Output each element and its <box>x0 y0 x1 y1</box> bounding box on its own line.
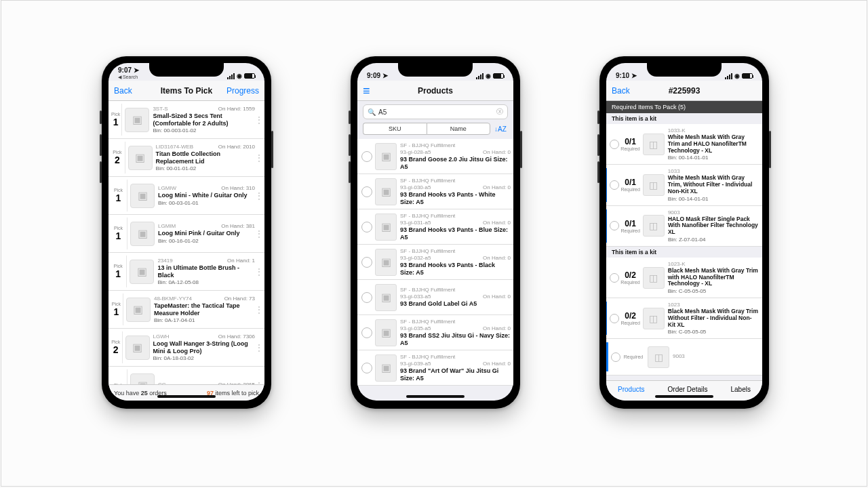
required-count: 0/2Required <box>620 261 639 294</box>
list-item[interactable]: 0/2Required◫1023-KBlack Mesh Mask With G… <box>606 258 762 298</box>
vendor-label: SF - BJJHQ Fulfillment <box>400 319 455 325</box>
more-icon[interactable]: ⋮ <box>255 157 262 159</box>
product-thumbnail: ▣ <box>125 108 149 132</box>
breadcrumb-back[interactable]: ◀ Search <box>118 75 138 79</box>
product-thumbnail: ▣ <box>130 260 154 284</box>
product-name: HALO Mask Filter Single Pack With Nanofi… <box>668 216 758 236</box>
list-item[interactable]: 0/2Required◫1023Black Mesh Mask With Gra… <box>606 298 762 339</box>
list-item[interactable]: Pick1▣LGMIWOn Hand: 310Loog Mini - White… <box>108 177 264 215</box>
select-radio[interactable] <box>361 151 372 162</box>
product-name: 93 Brand Goose 2.0 Jiu Jitsu Gi Size: A5 <box>400 156 511 170</box>
select-radio[interactable] <box>361 186 372 197</box>
pick-count: Pick1 <box>110 218 127 249</box>
product-name: Titan Bottle Collection Replacement Lid <box>156 150 255 165</box>
list-item[interactable]: Pick▣CCOn Hand: 2865⋮ <box>108 367 264 384</box>
on-hand-label: On Hand: 2865 <box>218 382 255 384</box>
list-item[interactable]: Pick1▣3ST-SOn Hand: 1559Small-Sized 3 Se… <box>108 101 264 139</box>
sku-label: LID31674-WEB <box>156 144 194 150</box>
marketing-stage: 9:07 ➤ ◀ Search ◉ Back Items To Pick Pro… <box>1 0 867 487</box>
select-radio[interactable] <box>361 257 372 268</box>
sort-button[interactable]: ↓AZ <box>493 123 508 135</box>
list-item[interactable]: Pick1▣LGMIMOn Hand: 381Loog Mini Pink / … <box>108 215 264 253</box>
list-item[interactable]: ▣SF - BJJHQ Fulfillment93-gi-031-a5On Ha… <box>357 209 513 245</box>
tab-products[interactable]: Products <box>618 386 644 393</box>
search-value: A5 <box>378 108 387 116</box>
select-radio[interactable] <box>611 352 620 362</box>
sku-label: 9003 <box>673 353 758 359</box>
list-item[interactable]: ▣SF - BJJHQ Fulfillment93-gi-030-a5On Ha… <box>357 174 513 209</box>
tab-order-details[interactable]: Order Details <box>668 386 708 393</box>
on-hand-label: On Hand: 0 <box>483 149 511 155</box>
sku-label: LGMIW <box>158 185 176 191</box>
bin-label: Bin: 00-14-01-01 <box>668 155 758 161</box>
more-icon[interactable]: ⋮ <box>255 232 262 235</box>
list-item[interactable]: Pick2▣LID31674-WEBOn Hand: 2010Titan Bot… <box>108 139 264 177</box>
list-item[interactable]: ▣SF - BJJHQ Fulfillment93-gi-028-a5On Ha… <box>357 139 513 174</box>
product-thumbnail: ◫ <box>643 134 665 155</box>
list-item[interactable]: Pick1▣23419On Hand: 113 in Ultimate Bott… <box>108 253 264 291</box>
product-name: 93 Brand Hooks v3 Pants - White Size: A5 <box>400 191 511 205</box>
select-radio[interactable] <box>361 363 372 373</box>
home-indicator[interactable] <box>157 395 216 398</box>
product-thumbnail: ▣ <box>375 319 397 346</box>
more-icon[interactable]: ⋮ <box>255 346 262 349</box>
select-radio[interactable] <box>610 180 619 190</box>
bin-label: Bin: C-05-05-05 <box>668 288 758 294</box>
select-radio[interactable] <box>610 273 619 283</box>
product-thumbnail: ◫ <box>643 267 665 289</box>
tab-labels[interactable]: Labels <box>730 386 750 393</box>
nav-bar: Back #225993 <box>606 81 762 101</box>
select-radio[interactable] <box>361 222 372 232</box>
clear-search-icon[interactable]: ⓧ <box>496 107 503 117</box>
segmented-control: SKU Name ↓AZ <box>357 123 513 139</box>
orders-count: 25 <box>141 390 148 396</box>
list-item[interactable]: ▣SF - BJJHQ Fulfillment93-gi-039-a5On Ha… <box>357 350 513 386</box>
home-indicator[interactable] <box>655 395 713 398</box>
list-item[interactable]: 0/1Required◫9003HALO Mask Filter Single … <box>606 206 762 247</box>
list-item[interactable]: 0/1Required◫1033White Mesh Mask With Gra… <box>606 165 762 205</box>
product-name: Loog Wall Hanger 3-String (Loog Mini & L… <box>153 340 255 354</box>
product-thumbnail: ▣ <box>375 143 397 170</box>
pack-list[interactable]: This item is a kit0/1Required◫1033-KWhit… <box>606 113 762 380</box>
more-icon[interactable]: ⋮ <box>255 195 262 197</box>
segment-name[interactable]: Name <box>427 123 491 135</box>
list-item[interactable]: Pick2▣LGWHOn Hand: 7306Loog Wall Hanger … <box>108 329 264 367</box>
nav-back-button[interactable]: Back <box>612 86 630 96</box>
status-time: 9:07 <box>118 66 132 74</box>
select-radio[interactable] <box>361 327 372 338</box>
bin-label: Bin: 00-01-01-02 <box>156 165 255 171</box>
sku-label: 1023 <box>668 302 758 308</box>
product-thumbnail: ◫ <box>643 174 665 196</box>
select-radio[interactable] <box>361 292 372 303</box>
nav-progress-button[interactable]: Progress <box>226 86 259 96</box>
segment-sku[interactable]: SKU <box>363 123 427 135</box>
section-header: Required Items To Pack (5) <box>606 101 762 113</box>
select-radio[interactable] <box>610 140 619 149</box>
product-name: White Mesh Mask With Gray Trim and HALO … <box>668 134 758 154</box>
pick-count: Pick1 <box>110 256 127 287</box>
list-item[interactable]: 0/1Required◫1033-KWhite Mesh Mask With G… <box>606 124 762 165</box>
pick-count: Pick <box>110 369 127 384</box>
pick-count: Pick2 <box>110 142 125 174</box>
required-count: 0/1Required <box>620 168 639 201</box>
nav-back-button[interactable]: Back <box>114 86 132 96</box>
select-radio[interactable] <box>610 314 619 323</box>
more-icon[interactable]: ⋮ <box>255 270 262 273</box>
on-hand-label: On Hand: 0 <box>483 361 511 367</box>
list-item[interactable]: ▣SF - BJJHQ Fulfillment93-gi-033-a5On Ha… <box>357 280 513 315</box>
hamburger-menu-icon[interactable]: ≡ <box>363 85 370 97</box>
pick-list[interactable]: Pick1▣3ST-SOn Hand: 1559Small-Sized 3 Se… <box>108 101 264 384</box>
list-item[interactable]: ▣SF - BJJHQ Fulfillment93-gi-035-a5On Ha… <box>357 315 513 350</box>
search-input[interactable]: 🔍 A5 ⓧ <box>363 104 508 119</box>
more-icon[interactable]: ⋮ <box>255 119 262 121</box>
list-item[interactable]: Required◫9003 <box>606 339 762 375</box>
more-icon[interactable]: ⋮ <box>255 384 262 385</box>
on-hand-label: On Hand: 0 <box>483 325 511 331</box>
footer-text: You have <box>114 390 141 396</box>
list-item[interactable]: ▣SF - BJJHQ Fulfillment93-gi-032-a5On Ha… <box>357 245 513 280</box>
product-list[interactable]: ▣SF - BJJHQ Fulfillment93-gi-028-a5On Ha… <box>357 139 513 401</box>
select-radio[interactable] <box>610 221 619 230</box>
more-icon[interactable]: ⋮ <box>255 308 262 311</box>
list-item[interactable]: Pick1▣48-BKMF-YY74On Hand: 73TapeMaster:… <box>108 291 264 329</box>
home-indicator[interactable] <box>406 395 465 398</box>
